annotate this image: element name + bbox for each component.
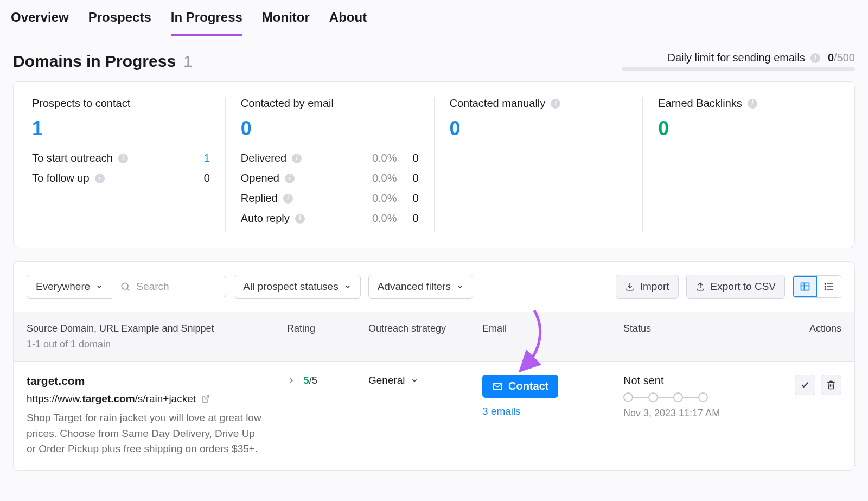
import-button[interactable]: Import	[616, 275, 679, 299]
scope-dropdown[interactable]: Everywhere	[27, 275, 112, 299]
mark-done-button[interactable]	[795, 375, 815, 395]
svg-rect-2	[801, 283, 809, 290]
contacted-manually-label: Contacted manually	[450, 97, 546, 110]
status-progress	[623, 392, 764, 402]
summary-card: Prospects to contact 1 To start outreach…	[13, 81, 855, 248]
contacted-manually-value[interactable]: 0	[450, 117, 628, 140]
row-strategy-dropdown[interactable]: General	[368, 375, 482, 386]
scope-label: Everywhere	[36, 281, 90, 293]
daily-limit-used: 0	[828, 52, 834, 64]
replied-num: 0	[397, 192, 419, 205]
search-input[interactable]	[136, 281, 218, 293]
row-rating: 5/5	[303, 375, 317, 386]
status-filter-dropdown[interactable]: All prospect statuses	[234, 275, 360, 299]
opened-pct: 0.0%	[359, 172, 397, 185]
info-icon[interactable]: i	[118, 154, 128, 163]
external-link-icon[interactable]	[201, 395, 210, 403]
chevron-down-icon	[411, 377, 418, 384]
emails-count-link[interactable]: 3 emails	[482, 405, 623, 417]
search-input-wrap[interactable]	[112, 276, 226, 297]
row-status-date: Nov 3, 2023 11:17 AM	[623, 408, 764, 419]
daily-limit-total: /500	[834, 52, 855, 64]
advanced-filters-label: Advanced filters	[378, 281, 451, 293]
page-count: 1	[183, 52, 193, 71]
contact-label: Contact	[508, 380, 548, 392]
earned-backlinks-label: Earned Backlinks	[658, 97, 742, 110]
tab-about[interactable]: About	[329, 10, 367, 36]
row-strategy-label: General	[368, 375, 405, 386]
delete-button[interactable]	[821, 375, 841, 395]
to-start-outreach-value[interactable]: 1	[188, 152, 210, 164]
tab-in-progress[interactable]: In Progress	[171, 10, 242, 36]
contact-button[interactable]: Contact	[482, 375, 558, 398]
info-icon[interactable]: i	[292, 154, 302, 163]
svg-line-11	[205, 396, 209, 399]
delivered-num: 0	[397, 152, 419, 164]
chevron-down-icon	[456, 283, 464, 290]
row-domain[interactable]: target.com	[27, 375, 287, 388]
main-tabs: Overview Prospects In Progress Monitor A…	[0, 0, 868, 36]
tab-prospects[interactable]: Prospects	[88, 10, 151, 36]
col-status-label: Status	[623, 323, 764, 350]
table-row: target.com https://www.target.com/s/rain…	[14, 362, 854, 470]
row-url[interactable]: https://www.target.com/s/rain+jacket	[27, 393, 287, 405]
table-header: Source Domain, URL Example and Snippet 1…	[14, 312, 854, 362]
table-icon	[800, 281, 810, 292]
trash-icon	[826, 380, 836, 390]
page-title: Domains in Progress	[13, 52, 176, 71]
info-icon[interactable]: i	[748, 99, 757, 109]
contacted-by-email-value[interactable]: 0	[241, 117, 419, 140]
info-icon[interactable]: i	[551, 99, 560, 109]
opened-num: 0	[397, 172, 419, 185]
opened-label: Opened	[241, 172, 279, 185]
delivered-pct: 0.0%	[359, 152, 397, 164]
col-source-label: Source Domain, URL Example and Snippet	[27, 323, 287, 334]
search-icon	[120, 281, 131, 292]
status-filter-label: All prospect statuses	[243, 281, 338, 293]
auto-reply-num: 0	[397, 212, 419, 225]
view-toggle	[793, 275, 841, 298]
svg-point-9	[825, 286, 826, 287]
view-list-button[interactable]	[817, 276, 841, 297]
import-label: Import	[640, 281, 669, 293]
earned-backlinks-value[interactable]: 0	[658, 117, 836, 140]
export-label: Export to CSV	[711, 281, 776, 293]
svg-line-1	[127, 288, 130, 290]
info-icon[interactable]: i	[95, 174, 105, 183]
info-icon[interactable]: i	[810, 53, 820, 63]
list-icon	[824, 281, 834, 292]
chevron-down-icon	[344, 283, 352, 290]
view-table-button[interactable]	[793, 276, 817, 297]
to-follow-up-value: 0	[188, 172, 210, 185]
col-rating-label: Rating	[287, 323, 368, 350]
col-email-label: Email	[482, 323, 623, 350]
contacted-by-email-label: Contacted by email	[241, 97, 334, 110]
col-actions-label: Actions	[764, 323, 841, 350]
daily-limit-bar	[622, 67, 855, 71]
auto-reply-pct: 0.0%	[359, 212, 397, 225]
prospects-to-contact-label: Prospects to contact	[32, 97, 130, 110]
replied-pct: 0.0%	[359, 192, 397, 205]
mail-icon	[492, 381, 503, 392]
svg-point-0	[122, 283, 129, 289]
tab-monitor[interactable]: Monitor	[262, 10, 310, 36]
info-icon[interactable]: i	[285, 174, 295, 183]
prospects-to-contact-value[interactable]: 1	[32, 117, 210, 140]
info-icon[interactable]: i	[283, 194, 293, 204]
delivered-label: Delivered	[241, 152, 286, 164]
chevron-down-icon	[95, 283, 103, 290]
daily-limit: Daily limit for sending emails i 0/500	[622, 52, 855, 71]
export-csv-button[interactable]: Export to CSV	[686, 275, 785, 299]
tab-overview[interactable]: Overview	[11, 10, 69, 36]
row-status: Not sent	[623, 375, 764, 387]
export-icon	[695, 282, 705, 291]
info-icon[interactable]: i	[295, 214, 305, 224]
svg-point-10	[825, 289, 826, 290]
to-follow-up-label: To follow up	[32, 172, 90, 185]
chevron-right-icon[interactable]	[287, 376, 296, 385]
advanced-filters-dropdown[interactable]: Advanced filters	[368, 275, 473, 299]
row-snippet: Shop Target for rain jacket you will lov…	[27, 410, 265, 457]
replied-label: Replied	[241, 192, 278, 205]
daily-limit-label: Daily limit for sending emails	[668, 52, 805, 64]
col-strategy-label: Outreach strategy	[368, 323, 482, 350]
